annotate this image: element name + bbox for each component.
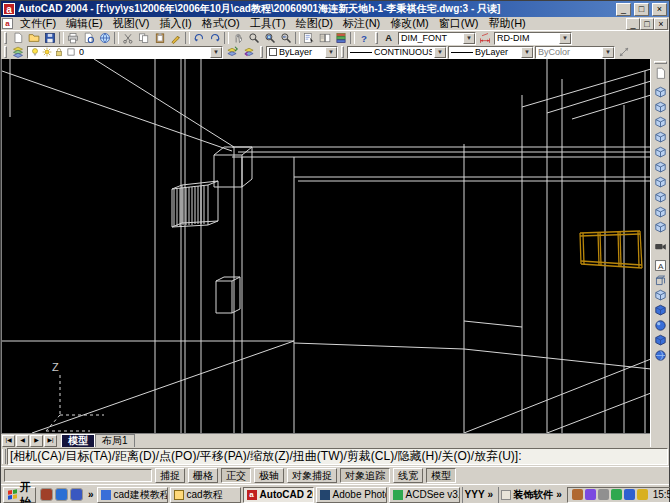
doc-minimize-button[interactable]: _ (626, 18, 640, 30)
dropdown-arrow-icon[interactable]: ▼ (210, 47, 222, 58)
quicklaunch-app-1-icon[interactable] (40, 488, 53, 501)
named-views-button[interactable] (652, 66, 668, 81)
nw-isometric-view-button[interactable] (652, 220, 668, 235)
minimize-button[interactable]: _ (616, 3, 631, 16)
plot-button[interactable] (65, 31, 81, 45)
se-isometric-view-button[interactable] (652, 190, 668, 205)
menu-item-3[interactable]: 插入(I) (154, 17, 196, 30)
tray-icon-2[interactable] (585, 489, 596, 500)
dropdown-arrow-icon[interactable]: ▼ (559, 33, 571, 44)
toolbar-handle[interactable] (260, 46, 263, 58)
designcenter-button[interactable] (317, 31, 333, 45)
camera-button[interactable] (652, 239, 668, 254)
tray-icon-4[interactable] (611, 489, 622, 500)
tab-nav-1[interactable]: ◀ (16, 435, 29, 447)
menu-item-4[interactable]: 格式(O) (197, 17, 245, 30)
gouraud-shaded-edges-button[interactable] (652, 348, 668, 363)
top-view-button[interactable] (652, 85, 668, 100)
linetype-dropdown[interactable]: CONTINUOUS ▼ (347, 46, 447, 59)
pan-realtime-button[interactable] (230, 31, 246, 45)
dropdown-arrow-icon[interactable]: ▼ (325, 47, 337, 58)
dropdown-arrow-icon[interactable]: ▼ (602, 47, 614, 58)
taskbar-task-2[interactable]: aAutoCAD 200... (243, 487, 314, 503)
right-view-button[interactable] (652, 130, 668, 145)
help-button[interactable]: ? (356, 31, 372, 45)
gouraud-shaded-button[interactable] (652, 318, 668, 333)
layer-properties-button[interactable] (10, 45, 26, 59)
tab-nav-2[interactable]: ▶ (30, 435, 43, 447)
status-osnap[interactable]: 对象捕捉 (287, 468, 337, 483)
copy-button[interactable] (136, 31, 152, 45)
back-view-button[interactable] (652, 160, 668, 175)
dropdown-arrow-icon[interactable]: ▼ (463, 33, 475, 44)
menu-item-0[interactable]: 文件(F) (15, 17, 61, 30)
cut-button[interactable] (120, 31, 136, 45)
tab-nav-0[interactable]: |◀ (2, 435, 15, 447)
match-properties-button[interactable] (168, 31, 184, 45)
menu-item-10[interactable]: 帮助(H) (484, 17, 531, 30)
tray-icon-5[interactable] (624, 489, 635, 500)
taskbar-task-0[interactable]: cad建模教程... (97, 487, 168, 503)
menu-item-5[interactable]: 工具(T) (245, 17, 291, 30)
quick-launch-chevron-icon[interactable]: » (87, 489, 95, 500)
layout-tab-0[interactable]: 模型 (61, 434, 95, 447)
3d-wireframe-button[interactable] (652, 273, 668, 288)
new-button[interactable] (10, 31, 26, 45)
tray-icon-3[interactable] (598, 489, 609, 500)
ne-isometric-view-button[interactable] (652, 205, 668, 220)
menu-item-6[interactable]: 绘图(D) (291, 17, 338, 30)
redo-button[interactable] (207, 31, 223, 45)
text-style-button[interactable]: A (381, 31, 397, 45)
make-layer-current-button[interactable] (224, 45, 240, 59)
toolbar-handle[interactable] (341, 46, 344, 58)
tab-nav-3[interactable]: ▶| (44, 435, 57, 447)
toolbar-handle[interactable] (375, 32, 378, 44)
taskbar-task-4[interactable]: ACDSee v3.1... (389, 487, 460, 503)
menu-item-9[interactable]: 窗口(W) (434, 17, 484, 30)
zoom-previous-button[interactable] (278, 31, 294, 45)
layer-dropdown[interactable]: 0 ▼ (27, 46, 223, 59)
hidden-button[interactable] (652, 288, 668, 303)
tool-palettes-button[interactable] (333, 31, 349, 45)
status-grid[interactable]: 栅格 (188, 468, 218, 483)
color-dropdown[interactable]: ByLayer ▼ (266, 46, 338, 59)
command-prompt[interactable]: [相机(CA)/目标(TA)/距离(D)/点(PO)/平移(PA)/缩放(Z)/… (7, 448, 668, 465)
command-window[interactable]: [相机(CA)/目标(TA)/距离(D)/点(PO)/平移(PA)/缩放(Z)/… (1, 447, 669, 466)
taskbar-task-1[interactable]: cad教程 (170, 487, 241, 503)
toolbar-handle[interactable] (654, 61, 667, 64)
open-button[interactable] (26, 31, 42, 45)
2d-wireframe-button[interactable]: A (652, 258, 668, 273)
doc-close-button[interactable]: × (654, 18, 668, 30)
dim-style-dropdown[interactable]: RD-DIM ▼ (494, 32, 572, 45)
front-view-button[interactable] (652, 145, 668, 160)
status-polar[interactable]: 极轴 (254, 468, 284, 483)
quicklaunch-app-3-icon[interactable] (70, 488, 83, 501)
tray-icon-6[interactable] (637, 489, 648, 500)
status-otrack[interactable]: 对象追踪 (340, 468, 390, 483)
bottom-view-button[interactable] (652, 100, 668, 115)
layer-previous-button[interactable] (241, 45, 257, 59)
publish-button[interactable] (97, 31, 113, 45)
undo-button[interactable] (191, 31, 207, 45)
chevron-icon[interactable]: » (487, 489, 495, 500)
zoom-realtime-button[interactable] (246, 31, 262, 45)
text-style-dropdown[interactable]: DIM_FONT ▼ (398, 32, 476, 45)
toolbar-handle[interactable] (4, 32, 7, 44)
chevron-icon[interactable]: » (555, 489, 563, 500)
print-preview-button[interactable] (81, 31, 97, 45)
left-view-button[interactable] (652, 115, 668, 130)
start-button[interactable]: 开始 (3, 487, 36, 503)
menu-item-7[interactable]: 标注(N) (338, 17, 385, 30)
save-button[interactable] (42, 31, 58, 45)
layout-tab-1[interactable]: 布局1 (95, 434, 135, 447)
menu-item-1[interactable]: 编辑(E) (61, 17, 108, 30)
dim-style-button[interactable] (477, 31, 493, 45)
drawing-canvas[interactable]: Z (1, 59, 650, 433)
toolbar-handle[interactable] (4, 46, 7, 58)
paste-button[interactable] (152, 31, 168, 45)
command-window-grip[interactable] (2, 449, 6, 464)
sw-isometric-view-button[interactable] (652, 175, 668, 190)
properties-button[interactable] (301, 31, 317, 45)
tray-icon-1[interactable] (572, 489, 583, 500)
close-button[interactable]: × (652, 3, 667, 16)
